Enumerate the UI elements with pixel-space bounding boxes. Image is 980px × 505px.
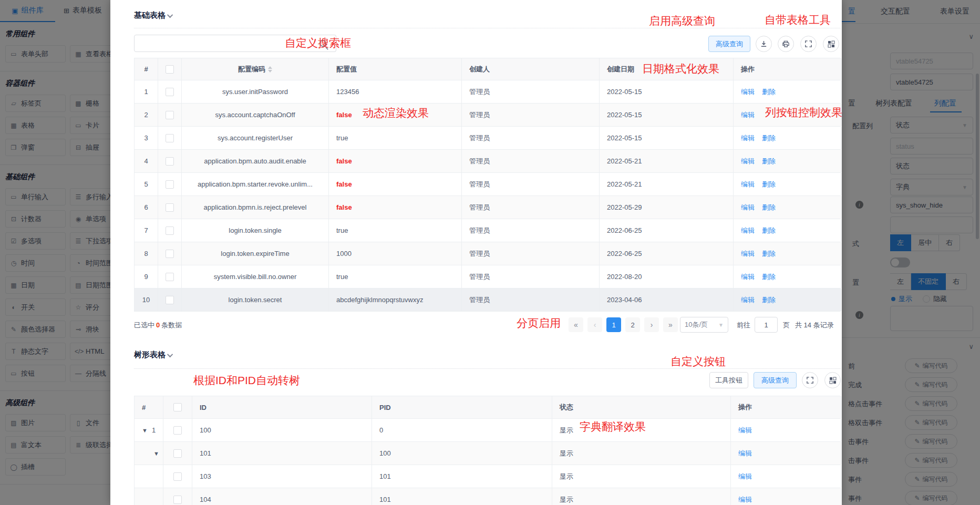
- table-row: 9 system.visible.bill.no.owner true 管理员 …: [135, 265, 841, 288]
- page-number[interactable]: 2: [625, 317, 640, 332]
- config-value: false: [336, 111, 352, 119]
- row-checkbox[interactable]: [166, 180, 174, 189]
- row-checkbox[interactable]: [166, 88, 174, 96]
- edit-link[interactable]: 编辑: [738, 472, 752, 481]
- edit-link[interactable]: 编辑: [741, 249, 755, 259]
- config-code-cell: sys.account.captchaOnOff: [182, 104, 329, 126]
- table-row: 3 sys.account.registerUser true 管理员 2022…: [135, 127, 841, 150]
- fullscreen-icon: [806, 376, 814, 384]
- tree-row: ▼ 103 101 显示 编辑: [135, 465, 841, 488]
- prev-page-button[interactable]: ‹: [587, 317, 602, 332]
- edit-link[interactable]: 编辑: [741, 87, 755, 97]
- delete-link[interactable]: 删除: [762, 295, 776, 305]
- sort-icon[interactable]: [268, 66, 272, 73]
- tree-column-settings-button[interactable]: [824, 372, 841, 388]
- delete-link[interactable]: 删除: [762, 157, 776, 166]
- creator-cell: 管理员: [462, 219, 600, 242]
- row-checkbox[interactable]: [173, 449, 182, 458]
- tree-advanced-query-button[interactable]: 高级查询: [754, 372, 797, 388]
- row-checkbox[interactable]: [166, 226, 174, 235]
- delete-link[interactable]: 删除: [762, 180, 776, 189]
- select-all-checkbox[interactable]: [166, 65, 174, 74]
- edit-link[interactable]: 编辑: [741, 272, 755, 282]
- edit-link[interactable]: 编辑: [741, 295, 755, 305]
- edit-link[interactable]: 编辑: [741, 110, 755, 120]
- column-settings-button[interactable]: [823, 36, 839, 52]
- edit-link[interactable]: 编辑: [741, 157, 755, 166]
- print-button[interactable]: [778, 36, 794, 52]
- row-index: 7: [135, 219, 158, 242]
- action-cell: 编辑 删除: [734, 150, 841, 172]
- tree-table-title[interactable]: 树形表格: [134, 350, 173, 360]
- config-code-cell: login.token.secret: [182, 288, 329, 311]
- edit-link[interactable]: 编辑: [741, 203, 755, 212]
- id-cell: 103: [192, 465, 372, 488]
- goto-page-input[interactable]: [755, 317, 778, 333]
- col-code[interactable]: 配置编码: [182, 58, 329, 80]
- tree-table-rows: ▼ 1 100 0 显示 编辑 ▼ 101 1: [135, 419, 841, 505]
- selected-count: 0: [154, 321, 161, 329]
- row-checkbox[interactable]: [166, 111, 174, 119]
- edit-link[interactable]: 编辑: [741, 133, 755, 143]
- delete-link[interactable]: 删除: [762, 226, 776, 235]
- basic-table-rows: 1 sys.user.initPassword 123456 管理员 2022-…: [135, 80, 841, 312]
- basic-table-title[interactable]: 基础表格: [134, 11, 173, 20]
- row-checkbox[interactable]: [173, 472, 182, 481]
- row-checkbox-cell: [158, 104, 182, 126]
- delete-link[interactable]: 删除: [762, 203, 776, 212]
- row-checkbox-cell: [158, 196, 182, 219]
- row-index: 5: [135, 173, 158, 195]
- config-code-cell: system.visible.bill.no.owner: [182, 265, 329, 288]
- row-index: 4: [135, 150, 158, 172]
- status-cell: 显示: [552, 442, 731, 465]
- edit-link[interactable]: 编辑: [738, 426, 752, 435]
- edit-link[interactable]: 编辑: [738, 495, 752, 504]
- expand-icon[interactable]: ▼: [142, 427, 148, 434]
- pid-cell: 100: [372, 442, 552, 465]
- next-page-button[interactable]: ›: [644, 317, 659, 332]
- row-checkbox[interactable]: [166, 134, 174, 142]
- config-value: true: [336, 134, 348, 142]
- total-records: 共 14 条记录: [795, 321, 834, 330]
- edit-link[interactable]: 编辑: [738, 449, 752, 458]
- creator-cell: 管理员: [462, 265, 600, 288]
- config-code-cell: application.bpm.starter.revoke.unlim...: [182, 173, 329, 195]
- advanced-query-button[interactable]: 高级查询: [708, 36, 750, 52]
- expand-icon[interactable]: ▼: [153, 450, 159, 457]
- config-value: abcdefghijklmnopqrstuvwxyz: [336, 296, 423, 304]
- delete-link[interactable]: 删除: [762, 249, 776, 259]
- edit-link[interactable]: 编辑: [741, 180, 755, 189]
- row-checkbox[interactable]: [166, 157, 174, 166]
- download-button[interactable]: [756, 36, 772, 52]
- delete-link[interactable]: 删除: [762, 133, 776, 143]
- selection-info: 已选中0条数据: [134, 321, 182, 330]
- row-checkbox[interactable]: [173, 426, 182, 435]
- row-checkbox-cell: [163, 488, 192, 505]
- delete-link[interactable]: 删除: [762, 272, 776, 282]
- delete-link[interactable]: 删除: [762, 87, 776, 97]
- tree-fullscreen-button[interactable]: [802, 372, 818, 388]
- creator-cell: 管理员: [462, 80, 600, 103]
- row-checkbox[interactable]: [166, 296, 174, 304]
- page-number[interactable]: 1: [606, 317, 621, 332]
- page-size-select[interactable]: 10条/页 ▼: [680, 317, 728, 333]
- action-cell: 编辑: [731, 488, 841, 505]
- row-checkbox[interactable]: [173, 496, 182, 504]
- creator-cell: 管理员: [462, 104, 600, 126]
- edit-link[interactable]: 编辑: [741, 226, 755, 235]
- select-all-checkbox[interactable]: [173, 403, 182, 411]
- fullscreen-button[interactable]: [800, 36, 817, 52]
- config-code-cell: login.token.single: [182, 219, 329, 242]
- row-checkbox[interactable]: [166, 273, 174, 281]
- tool-button[interactable]: 工具按钮: [709, 372, 748, 388]
- first-page-button[interactable]: «: [569, 317, 583, 332]
- search-input[interactable]: [134, 35, 310, 52]
- id-cell: 104: [192, 488, 372, 505]
- row-checkbox[interactable]: [166, 203, 174, 212]
- row-checkbox[interactable]: [166, 250, 174, 258]
- table-row: 5 application.bpm.starter.revoke.unlim..…: [135, 173, 841, 196]
- row-checkbox-cell: [158, 288, 182, 311]
- last-page-button[interactable]: »: [663, 317, 678, 332]
- config-value: false: [336, 203, 352, 211]
- config-value-cell: 123456: [329, 80, 462, 103]
